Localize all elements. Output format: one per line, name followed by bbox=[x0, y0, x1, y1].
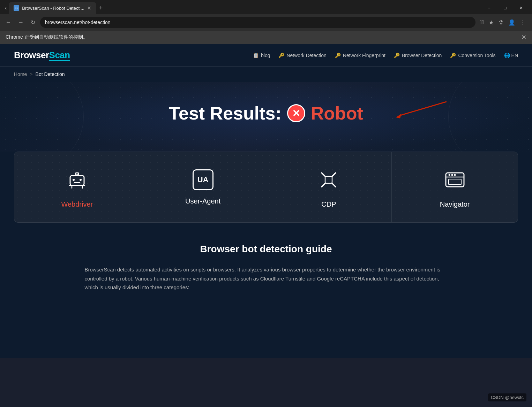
breadcrumb-separator: > bbox=[30, 71, 32, 77]
guide-section: Browser bot detection guide BrowserScan … bbox=[57, 223, 475, 306]
svg-point-19 bbox=[451, 174, 453, 176]
address-bar-row: ← → ↻ 👁̸ ★ ⚗ 👤 ⋮ bbox=[0, 14, 532, 31]
nav-blog[interactable]: 📋 blog bbox=[253, 53, 270, 58]
minimize-button[interactable]: − bbox=[481, 2, 497, 14]
svg-point-3 bbox=[73, 179, 75, 181]
tab-favicon: S bbox=[14, 5, 19, 11]
logo-highlight: Scan bbox=[49, 50, 70, 61]
svg-line-0 bbox=[399, 102, 447, 116]
tab-back-btn[interactable]: ‹ bbox=[3, 3, 9, 13]
breadcrumb-home[interactable]: Home bbox=[14, 71, 27, 77]
navigator-card[interactable]: Navigator bbox=[392, 152, 518, 222]
forward-button[interactable]: → bbox=[16, 18, 26, 27]
webdriver-label: Webdriver bbox=[61, 200, 93, 208]
test-results: Test Results: ✕ Robot bbox=[14, 103, 518, 124]
network-fingerprint-icon: 🔑 bbox=[335, 53, 341, 58]
svg-marker-1 bbox=[396, 114, 401, 118]
guide-text: BrowserScan detects automated activities… bbox=[85, 265, 448, 292]
test-results-label: Test Results: bbox=[169, 103, 282, 124]
tab-bar: ‹ S BrowserScan - Robot Detecti... ✕ + −… bbox=[0, 0, 532, 14]
svg-rect-2 bbox=[70, 176, 84, 185]
cdp-card[interactable]: CDP bbox=[266, 152, 392, 222]
nav-browser-detection[interactable]: 🔑 Browser Detection bbox=[394, 53, 442, 58]
cdp-icon bbox=[318, 169, 339, 193]
svg-rect-21 bbox=[449, 179, 461, 185]
webdriver-card[interactable]: Webdriver bbox=[14, 152, 140, 222]
navigator-icon bbox=[444, 169, 465, 193]
bookmark-icon[interactable]: ★ bbox=[487, 18, 495, 27]
new-tab-button[interactable]: + bbox=[96, 3, 106, 13]
address-input[interactable] bbox=[40, 17, 475, 28]
result-robot-text: Robot bbox=[311, 103, 363, 124]
cdp-label: CDP bbox=[321, 200, 336, 208]
network-detection-icon: 🔑 bbox=[278, 53, 284, 58]
detection-cards: Webdriver UA User-Agent CDP bbox=[14, 152, 518, 223]
profile-icon[interactable]: 👤 bbox=[507, 18, 517, 27]
nav-conversion-tools[interactable]: 🔑 Conversion Tools bbox=[450, 53, 495, 58]
svg-point-18 bbox=[448, 174, 450, 176]
svg-point-4 bbox=[80, 179, 82, 181]
back-button[interactable]: ← bbox=[3, 18, 13, 27]
nav-network-detection-label: Network Detection bbox=[286, 53, 326, 58]
eye-slash-icon[interactable]: 👁̸ bbox=[478, 18, 485, 27]
nav-conversion-tools-label: Conversion Tools bbox=[458, 53, 495, 58]
browser-detection-icon: 🔑 bbox=[394, 53, 400, 58]
arrow-indicator bbox=[392, 98, 448, 123]
tab-close-btn[interactable]: ✕ bbox=[87, 5, 91, 11]
address-icons: 👁̸ ★ ⚗ 👤 ⋮ bbox=[478, 18, 527, 27]
hero-section: Test Results: ✕ Robot bbox=[0, 82, 532, 152]
reload-button[interactable]: ↻ bbox=[29, 18, 37, 27]
tab-title: BrowserScan - Robot Detecti... bbox=[22, 6, 84, 11]
site-logo[interactable]: BrowserScan bbox=[14, 50, 70, 61]
user-agent-label: User-Agent bbox=[185, 197, 220, 205]
maximize-button[interactable]: □ bbox=[497, 2, 513, 14]
ua-box-icon: UA bbox=[193, 169, 213, 190]
user-agent-card[interactable]: UA User-Agent bbox=[140, 152, 266, 222]
window-controls: − □ ✕ bbox=[481, 2, 529, 14]
browser-chrome: ‹ S BrowserScan - Robot Detecti... ✕ + −… bbox=[0, 0, 532, 44]
user-agent-icon: UA bbox=[193, 169, 213, 190]
conversion-tools-icon: 🔑 bbox=[450, 53, 456, 58]
nav-links: 📋 blog 🔑 Network Detection 🔑 Network Fin… bbox=[253, 53, 518, 58]
webdriver-icon bbox=[67, 169, 88, 193]
result-icon: ✕ bbox=[287, 104, 305, 122]
breadcrumb: Home > Bot Detection bbox=[0, 67, 532, 82]
automation-message: Chrome 正受到自动测试软件的控制。 bbox=[6, 34, 88, 40]
lang-label: EN bbox=[511, 53, 518, 58]
breadcrumb-current: Bot Detection bbox=[36, 71, 65, 77]
watermark: CSDN @newxtc bbox=[488, 393, 526, 401]
site-nav: BrowserScan 📋 blog 🔑 Network Detection 🔑… bbox=[0, 44, 532, 67]
active-tab[interactable]: S BrowserScan - Robot Detecti... ✕ bbox=[9, 2, 96, 14]
nav-browser-detection-label: Browser Detection bbox=[402, 53, 442, 58]
nav-network-detection[interactable]: 🔑 Network Detection bbox=[278, 53, 326, 58]
blog-icon: 📋 bbox=[253, 53, 259, 58]
menu-icon[interactable]: ⋮ bbox=[519, 18, 527, 27]
nav-network-fingerprint[interactable]: 🔑 Network Fingerprint bbox=[335, 53, 385, 58]
svg-rect-15 bbox=[325, 176, 332, 183]
site-content: BrowserScan 📋 blog 🔑 Network Detection 🔑… bbox=[0, 44, 532, 358]
lab-icon[interactable]: ⚗ bbox=[497, 18, 505, 27]
globe-icon: 🌐 bbox=[504, 53, 510, 58]
svg-point-12 bbox=[76, 174, 78, 175]
svg-point-20 bbox=[454, 174, 456, 176]
banner-close-btn[interactable]: ✕ bbox=[521, 33, 526, 41]
language-button[interactable]: 🌐 EN bbox=[504, 53, 518, 58]
nav-network-fingerprint-label: Network Fingerprint bbox=[343, 53, 385, 58]
guide-title: Browser bot detection guide bbox=[85, 244, 448, 255]
nav-blog-label: blog bbox=[261, 53, 270, 58]
close-window-button[interactable]: ✕ bbox=[513, 2, 529, 14]
automation-banner: Chrome 正受到自动测试软件的控制。 ✕ bbox=[0, 31, 532, 44]
navigator-label: Navigator bbox=[440, 200, 470, 208]
